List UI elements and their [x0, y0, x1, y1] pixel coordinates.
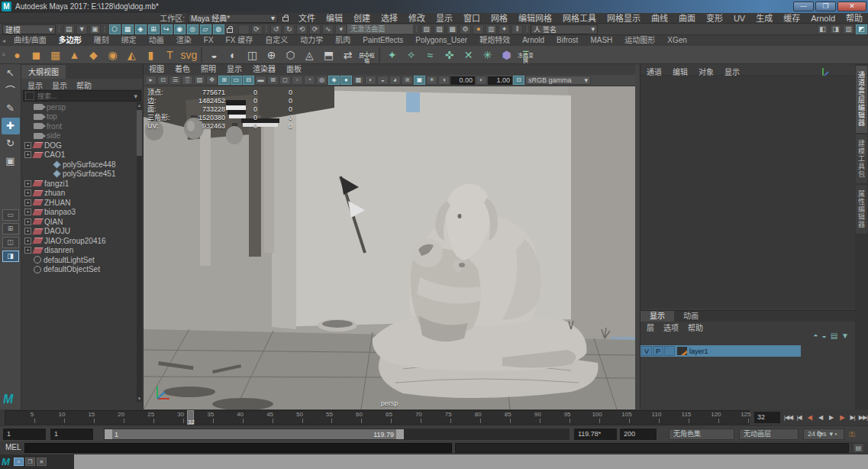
menu-item[interactable]: 修改 [403, 13, 431, 24]
isolate-select-icon[interactable]: ◔ [304, 76, 315, 85]
live-surface-field[interactable]: 无激活曲面 [347, 24, 413, 34]
character-set-dropdown[interactable]: 无角色集 [669, 429, 734, 440]
outliner-item[interactable]: polySurface448 [23, 160, 136, 170]
minimized-panel[interactable]: M ≡ ❐ ✕ [0, 454, 74, 469]
command-language-label[interactable]: MEL [5, 443, 21, 451]
outliner-item[interactable]: defaultObjectSet [23, 265, 136, 275]
outliner-scrollbar[interactable]: ▲ ▼ [137, 102, 142, 402]
layout-outliner-persp-button[interactable]: ◨ [2, 251, 19, 262]
combine-icon[interactable]: ◒ [205, 46, 224, 63]
menu-set-dropdown[interactable]: 建模 ▾ [2, 24, 56, 34]
script-editor-icon[interactable]: ▤ [853, 443, 864, 453]
menu-item[interactable]: 编辑 [321, 13, 348, 24]
expression-icon[interactable]: ∿ [322, 24, 334, 34]
separate-icon[interactable]: ◐ [224, 46, 243, 63]
construction-history-icon[interactable]: ⟳ [251, 24, 263, 34]
render-current-frame-icon[interactable]: ▨ [434, 24, 445, 34]
triangulate-icon[interactable]: ◬ [300, 46, 319, 63]
menu-item[interactable]: 缓存 [778, 13, 805, 24]
layer-playback-toggle[interactable]: P [653, 346, 663, 356]
mini-restore-icon[interactable]: ❐ [25, 458, 35, 466]
gate-mask-icon[interactable]: ▬ [255, 76, 266, 85]
scroll-down-icon[interactable]: ▼ [137, 396, 142, 402]
shelf-tab[interactable]: Arnold [516, 35, 550, 46]
poly-torus-icon[interactable]: ◉ [103, 46, 122, 63]
shelf-separator[interactable] [379, 47, 380, 63]
outliner-item[interactable]: + CAO1 [23, 150, 136, 160]
playback-start-field[interactable]: 1 [50, 429, 93, 440]
scroll-up-icon[interactable]: ▲ [137, 102, 142, 108]
menu-item[interactable]: 帮助 [841, 13, 868, 24]
tool-settings-toggle-icon[interactable]: ◨ [830, 24, 841, 34]
move-tool[interactable]: ✚ [2, 118, 20, 134]
viewport-menu-item[interactable]: 着色 [169, 64, 195, 75]
lasso-select-tool[interactable]: ⌒ [2, 82, 20, 99]
go-to-end-button[interactable]: ▶▶| [858, 411, 868, 424]
menu-item[interactable]: 变形 [701, 13, 728, 24]
move-layer-up-icon[interactable]: ◓ [814, 332, 818, 344]
step-forward-frame-button[interactable]: ▶| [847, 411, 857, 424]
poly-cone-icon[interactable]: ▲ [65, 46, 84, 63]
shelf-tab[interactable]: XGen [661, 35, 693, 46]
wireframe-on-shaded-icon[interactable]: ◈ [328, 76, 340, 85]
new-scene-icon[interactable]: ▤ [63, 24, 75, 34]
layer-editor-menu-item[interactable]: 选项 [663, 322, 679, 332]
render-settings-icon[interactable]: ⚙ [460, 24, 471, 34]
menu-item[interactable]: 文件 [293, 13, 321, 24]
current-time-field[interactable]: 32 [754, 412, 780, 423]
menu-item[interactable]: 曲线 [646, 13, 673, 24]
make-live-icon[interactable]: ◍ [213, 24, 224, 34]
mini-menu-icon[interactable]: ≡ [14, 458, 24, 466]
poly-text-icon[interactable]: T [160, 46, 179, 63]
menu-item[interactable]: 网格工具 [557, 13, 602, 24]
safe-title-icon[interactable]: ▫ [292, 76, 303, 85]
save-scene-icon[interactable]: ▣ [89, 24, 101, 34]
select-camera-icon[interactable]: ▸ [145, 76, 156, 85]
layer-visibility-toggle[interactable]: V [641, 346, 652, 356]
range-slider-track[interactable]: 1 119.79 [104, 429, 570, 440]
quadrangulate-icon[interactable]: ⬒ [319, 46, 338, 63]
ipr-render-icon[interactable]: ▩ [447, 24, 458, 34]
menu-item[interactable]: 创建 [348, 13, 376, 24]
viewport-canvas[interactable]: 顶点: 775671 0 0 边: 1482452 0 0 面: 733228 … [144, 86, 635, 409]
shelf-tab[interactable]: 曲线/曲面 [8, 35, 53, 46]
shelf-tab[interactable]: 自定义 [259, 35, 294, 46]
light-editor-icon[interactable]: ▥ [486, 24, 497, 34]
shelf-menu-icon[interactable]: ◂ [0, 37, 8, 44]
output-connections-icon[interactable]: ↻ [283, 24, 295, 34]
layout-persp-outliner-button[interactable]: ◫ [2, 237, 19, 248]
snap-to-projected-center-icon[interactable]: ◎ [187, 24, 198, 34]
poly-smooth-cube-icon[interactable]: ▦ [46, 46, 65, 63]
multisample-aa-icon[interactable]: ▣ [414, 76, 425, 85]
shadows-icon[interactable]: ◒ [377, 76, 389, 85]
snap-to-grid-icon[interactable]: ⊞ [148, 24, 160, 34]
outliner-item[interactable]: + ZHUAN [23, 198, 136, 208]
step-back-key-button[interactable]: ◀| [805, 411, 815, 424]
expand-toggle[interactable]: + [24, 228, 31, 234]
outliner-item[interactable]: + bianpao3 [23, 208, 136, 218]
poly-svg-icon[interactable]: svg [179, 46, 198, 63]
lights-icon[interactable]: ☀ [426, 76, 437, 85]
expand-toggle[interactable]: + [24, 247, 31, 254]
playback-end-field[interactable]: 119.78* [574, 429, 617, 440]
go-to-start-button[interactable]: |◀◀ [783, 411, 793, 424]
filter-icon[interactable] [25, 92, 34, 100]
viewport-menu-item[interactable]: 视图 [144, 64, 169, 75]
select-tool[interactable]: ↖ [2, 65, 20, 82]
menu-item[interactable]: 网格 [486, 13, 513, 24]
shelf-tab[interactable]: 肌肉 [329, 35, 357, 46]
view-transform-dropdown[interactable]: sRGB gamma ▾ [525, 76, 591, 85]
channel-box-toggle-icon[interactable]: ▥ [843, 24, 854, 34]
range-start-handle[interactable] [105, 429, 112, 439]
outliner-item[interactable]: + DOG [23, 141, 136, 150]
outliner-item[interactable]: + JIAO:Group20416 [23, 236, 136, 246]
channel-box-menu-item[interactable]: 显示 [724, 66, 740, 73]
hypershade-icon[interactable]: ● [473, 24, 484, 34]
layout-single-pane-button[interactable]: ▭ [2, 209, 19, 221]
shelf-separator[interactable] [201, 47, 202, 63]
outliner-menu-item[interactable]: 显示 [52, 79, 67, 89]
channel-box-menu-item[interactable]: 编辑 [673, 66, 688, 73]
camera-attributes-icon[interactable]: ☰ [169, 76, 181, 85]
range-end-handle[interactable] [396, 429, 404, 439]
outliner-item[interactable]: persp [23, 102, 136, 112]
